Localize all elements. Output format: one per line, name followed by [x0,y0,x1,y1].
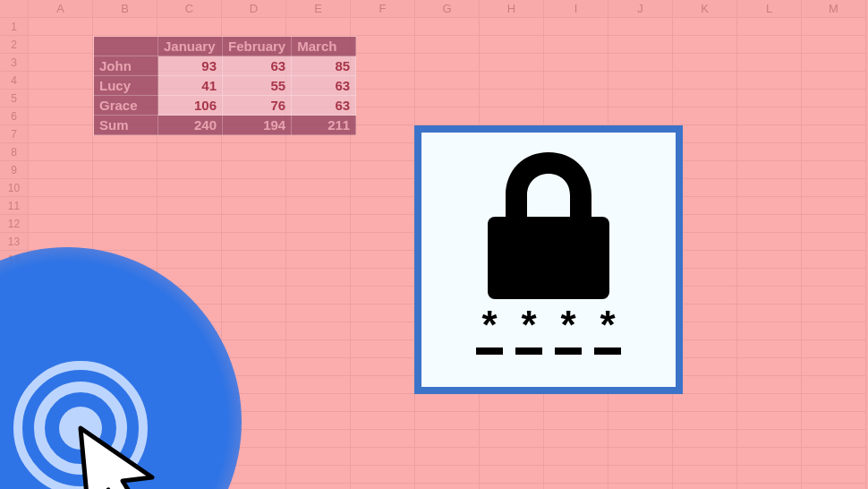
cell[interactable] [93,233,157,251]
cell[interactable] [286,215,351,233]
col-header-A[interactable]: A [29,0,93,18]
col-header-E[interactable]: E [286,0,351,18]
cell[interactable] [608,90,673,107]
cell[interactable] [480,36,544,54]
cell[interactable] [351,466,415,484]
cell[interactable] [29,125,93,143]
cell[interactable] [29,179,93,197]
cell[interactable] [29,18,93,36]
cell[interactable] [737,376,802,394]
cell[interactable] [29,197,93,215]
row-header-12[interactable]: 12 [0,215,29,233]
cell[interactable] [737,143,802,161]
cell[interactable] [29,107,93,125]
cell[interactable] [286,466,351,484]
cell[interactable] [93,143,157,161]
cell[interactable] [415,54,480,72]
row-header-13[interactable]: 13 [0,233,29,251]
cell[interactable] [415,448,480,466]
row-header-5[interactable]: 5 [0,90,29,107]
cell[interactable] [544,448,608,466]
cell[interactable] [415,466,480,484]
cell[interactable] [351,90,415,107]
cell[interactable] [157,251,222,269]
cell[interactable] [222,18,286,36]
cell[interactable] [157,233,222,251]
cell[interactable] [222,179,286,197]
cell[interactable] [351,448,415,466]
cell[interactable] [802,215,866,233]
cell[interactable] [351,394,415,412]
cell[interactable] [802,340,866,358]
cell[interactable] [608,107,673,125]
cell[interactable] [802,322,866,340]
col-header-L[interactable]: L [737,0,802,18]
cell[interactable] [93,18,157,36]
cell[interactable] [351,322,415,340]
cell[interactable] [222,340,286,358]
cell[interactable] [351,36,415,54]
cell[interactable] [737,161,802,179]
cell[interactable] [286,197,351,215]
cell[interactable] [802,197,866,215]
cell[interactable] [157,179,222,197]
cell[interactable] [222,233,286,251]
cell[interactable] [480,90,544,107]
cell[interactable] [222,143,286,161]
cell[interactable] [737,287,802,305]
cell[interactable] [544,466,608,484]
cell[interactable] [737,269,802,287]
cell[interactable] [29,36,93,54]
cell[interactable] [673,394,737,412]
col-header-K[interactable]: K [673,0,737,18]
cell[interactable] [802,72,866,90]
col-header-I[interactable]: I [544,0,608,18]
cell[interactable] [544,54,608,72]
cell[interactable] [737,233,802,251]
cell[interactable] [29,161,93,179]
cell[interactable] [222,305,286,322]
cell[interactable] [480,484,544,489]
cell[interactable] [222,287,286,305]
cell[interactable] [222,251,286,269]
col-header-M[interactable]: M [802,0,866,18]
cell[interactable] [737,251,802,269]
cell[interactable] [673,54,737,72]
cell[interactable] [802,412,866,430]
cell[interactable] [286,394,351,412]
cell[interactable] [351,72,415,90]
cell[interactable] [544,90,608,107]
cell[interactable] [802,54,866,72]
cell[interactable] [673,466,737,484]
cell[interactable] [802,143,866,161]
cell[interactable] [544,107,608,125]
cell[interactable] [608,484,673,489]
col-header-F[interactable]: F [351,0,415,18]
cell[interactable] [673,90,737,107]
cell[interactable] [608,466,673,484]
cell[interactable] [93,161,157,179]
cell[interactable] [673,107,737,125]
row-header-3[interactable]: 3 [0,54,29,72]
cell[interactable] [157,197,222,215]
cell[interactable] [673,430,737,448]
cell[interactable] [802,90,866,107]
cell[interactable] [480,72,544,90]
cell[interactable] [286,251,351,269]
row-header-4[interactable]: 4 [0,72,29,90]
cell[interactable] [286,269,351,287]
cell[interactable] [93,179,157,197]
cell[interactable] [351,233,415,251]
cell[interactable] [737,72,802,90]
cell[interactable] [415,430,480,448]
cell[interactable] [608,36,673,54]
row-header-11[interactable]: 11 [0,197,29,215]
cell[interactable] [222,269,286,287]
row-header-1[interactable]: 1 [0,18,29,36]
select-all-corner[interactable] [0,0,29,18]
cell[interactable] [673,412,737,430]
cell[interactable] [802,287,866,305]
cell[interactable] [93,197,157,215]
cell[interactable] [802,269,866,287]
cell[interactable] [802,358,866,376]
